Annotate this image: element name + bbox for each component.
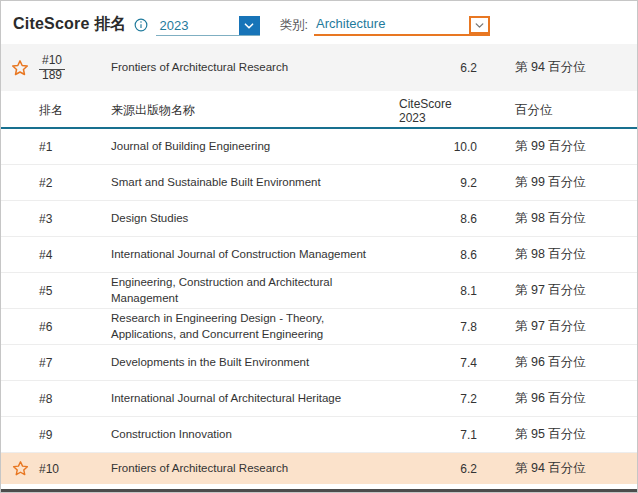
year-select-value: 2023 (156, 18, 191, 35)
row-rank: #9 (39, 428, 111, 442)
row-citescore: 7.2 (399, 392, 477, 406)
row-rank: #4 (39, 248, 111, 262)
row-source-title: Engineering, Construction and Architectu… (111, 275, 399, 306)
table-header-row: 排名 来源出版物名称 CiteScore 2023 百分位 (1, 94, 637, 129)
row-percentile: 第 99 百分位 (477, 138, 637, 155)
pinned-source-title: Frontiers of Architectural Research (111, 60, 399, 76)
year-select-chevron-button[interactable] (239, 16, 260, 35)
row-rank: #8 (39, 392, 111, 406)
row-percentile: 第 95 百分位 (477, 426, 637, 443)
table-row[interactable]: #6 Research in Engineering Design - Theo… (1, 308, 637, 344)
row-percentile: 第 94 百分位 (477, 460, 637, 477)
row-citescore: 7.8 (399, 320, 477, 334)
row-rank: #1 (39, 140, 111, 154)
citescore-rank-panel: CiteScore 排名 2023 类别: Architecture (0, 0, 638, 493)
row-source-title: Design Studies (111, 211, 399, 227)
row-rank: #6 (39, 320, 111, 334)
row-citescore: 7.4 (399, 356, 477, 370)
pinned-row[interactable]: #10 189 Frontiers of Architectural Resea… (1, 44, 637, 91)
column-header-source: 来源出版物名称 (111, 102, 399, 119)
row-percentile: 第 97 百分位 (477, 318, 637, 335)
column-header-percentile: 百分位 (477, 102, 637, 119)
row-rank: #10 (39, 462, 111, 476)
page-title: CiteScore 排名 (13, 14, 127, 35)
pinned-rank-fraction: #10 189 (39, 53, 111, 83)
row-percentile: 第 96 百分位 (477, 390, 637, 407)
row-citescore: 7.1 (399, 428, 477, 442)
row-citescore: 6.2 (399, 462, 477, 476)
bottom-divider (1, 489, 637, 492)
table-row[interactable]: #10 Frontiers of Architectural Research … (1, 452, 637, 484)
category-select[interactable]: Architecture (314, 16, 490, 36)
pinned-total: 189 (42, 66, 62, 82)
row-percentile: 第 98 百分位 (477, 210, 637, 227)
pinned-percentile: 第 94 百分位 (477, 59, 637, 76)
category-select-chevron-button[interactable] (469, 16, 490, 34)
row-rank: #5 (39, 284, 111, 298)
row-source-title: Journal of Building Engineering (111, 139, 399, 155)
table-row[interactable]: #9 Construction Innovation 7.1 第 95 百分位 (1, 416, 637, 452)
info-icon[interactable] (134, 18, 148, 32)
table-row[interactable]: #3 Design Studies 8.6 第 98 百分位 (1, 200, 637, 236)
row-source-title: Smart and Sustainable Built Environment (111, 175, 399, 191)
pinned-citescore: 6.2 (399, 61, 477, 75)
row-source-title: Frontiers of Architectural Research (111, 461, 399, 477)
column-header-rank: 排名 (39, 102, 111, 119)
row-citescore: 8.6 (399, 248, 477, 262)
row-citescore: 8.1 (399, 284, 477, 298)
controls-bar: CiteScore 排名 2023 类别: Architecture (1, 1, 637, 37)
table-row[interactable]: #7 Developments in the Built Environment… (1, 344, 637, 380)
column-header-citescore: CiteScore 2023 (399, 97, 477, 125)
row-percentile: 第 98 百分位 (477, 246, 637, 263)
table-body: #1 Journal of Building Engineering 10.0 … (1, 129, 637, 484)
table-row[interactable]: #5 Engineering, Construction and Archite… (1, 272, 637, 308)
favorite-star-icon[interactable] (1, 59, 39, 77)
table-row[interactable]: #2 Smart and Sustainable Built Environme… (1, 164, 637, 200)
category-select-value: Architecture (314, 16, 387, 34)
row-citescore: 8.6 (399, 212, 477, 226)
row-rank: #3 (39, 212, 111, 226)
chevron-down-icon (474, 20, 485, 31)
row-source-title: Construction Innovation (111, 427, 399, 443)
row-source-title: Developments in the Built Environment (111, 355, 399, 371)
row-source-title: International Journal of Architectural H… (111, 391, 399, 407)
row-percentile: 第 99 百分位 (477, 174, 637, 191)
row-source-title: International Journal of Construction Ma… (111, 247, 399, 263)
row-percentile: 第 96 百分位 (477, 354, 637, 371)
row-citescore: 9.2 (399, 176, 477, 190)
row-source-title: Research in Engineering Design - Theory,… (111, 311, 399, 342)
row-rank: #7 (39, 356, 111, 370)
chevron-down-icon (243, 20, 255, 32)
table-row[interactable]: #8 International Journal of Architectura… (1, 380, 637, 416)
category-label: 类别: (280, 17, 308, 36)
table-row[interactable]: #1 Journal of Building Engineering 10.0 … (1, 129, 637, 164)
year-select[interactable]: 2023 (156, 16, 260, 36)
table-row[interactable]: #4 International Journal of Construction… (1, 236, 637, 272)
row-rank: #2 (39, 176, 111, 190)
row-citescore: 10.0 (399, 140, 477, 154)
row-percentile: 第 97 百分位 (477, 282, 637, 299)
row-favorite-star-icon[interactable] (1, 460, 39, 477)
